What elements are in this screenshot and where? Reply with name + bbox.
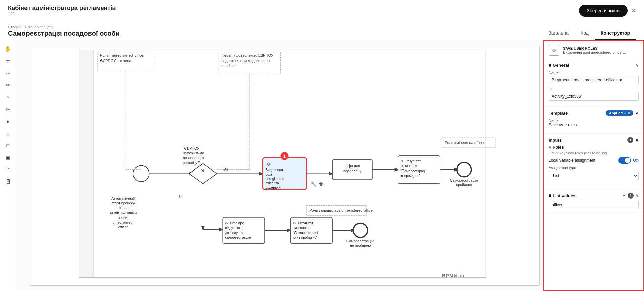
svg-text:Інфо для: Інфо для: [345, 164, 360, 168]
svg-text:Самореєстрацію: Самореєстрацію: [346, 239, 374, 243]
rp-header-text: SAVE USER ROLES Видалення ролі unregiste…: [563, 46, 639, 54]
canvas-area[interactable]: Самореєстрація посадової особи Роль - un…: [16, 40, 543, 291]
save-button[interactable]: Зберегти зміни: [579, 5, 628, 17]
officer-input[interactable]: [549, 201, 639, 209]
lv-label: List values: [553, 193, 575, 198]
lv-left: List values: [549, 193, 575, 198]
svg-point-10: [133, 166, 149, 182]
hand-tool-btn[interactable]: ✋: [2, 43, 14, 54]
id-field-label: ID: [549, 87, 639, 91]
svg-text:додавання: додавання: [265, 186, 282, 189]
general-chevron[interactable]: ∨: [636, 63, 639, 68]
template-chevron[interactable]: ∨: [635, 111, 639, 116]
svg-text:Автоматичний: Автоматичний: [111, 196, 135, 200]
toggle-container: On: [618, 157, 639, 164]
svg-text:⚙: ⚙: [400, 159, 404, 163]
end-tool-btn[interactable]: ●: [2, 115, 14, 127]
task-tool-btn[interactable]: □: [2, 140, 14, 151]
svg-text:Так: Так: [222, 167, 228, 172]
svg-text:старт процесу: старт процесу: [111, 201, 135, 205]
rp-header-icon: ⚙: [549, 45, 559, 56]
template-label: Template: [549, 111, 568, 116]
svg-text:officer: officer: [118, 225, 128, 229]
inputs-label: Inputs: [549, 138, 562, 143]
inputs-controls: 1 ∨: [627, 137, 639, 143]
toggle-on-label: On: [633, 158, 639, 163]
lv-add-button[interactable]: +: [623, 193, 626, 199]
svg-text:Видалення: Видалення: [265, 168, 283, 172]
applied-label: Applied: [609, 111, 623, 115]
close-button[interactable]: ×: [632, 6, 636, 15]
svg-text:BPMN.io: BPMN.io: [442, 273, 465, 278]
svg-text:⚙: ⚙: [293, 221, 296, 225]
svg-text:"Самореєстраці: "Самореєстраці: [293, 231, 318, 235]
tab-constructor[interactable]: Конструктор: [595, 27, 636, 40]
gateway-tool-btn[interactable]: ◇: [2, 128, 14, 139]
template-name-val: Save user roles: [549, 123, 639, 127]
topbar-right: Зберегти зміни ×: [579, 5, 636, 17]
template-section-header: Template: [549, 111, 568, 116]
svg-text:⚙: ⚙: [225, 221, 228, 225]
right-panel: ⚙ SAVE USER ROLES Видалення ролі unregis…: [543, 40, 644, 291]
general-section: General ∨ Name ID: [544, 59, 643, 107]
rp-subtitle: Видалення ролі unregistered-officer т...: [563, 50, 627, 54]
topbar: Кабінет адміністратора регламентів 123 З…: [0, 0, 644, 21]
tab-general[interactable]: Загальна: [542, 27, 575, 40]
svg-text:роллю: роллю: [118, 215, 128, 220]
svg-text:Результат: Результат: [298, 221, 313, 225]
svg-text:ЄДРПОУ з токена: ЄДРПОУ з токена: [100, 59, 131, 63]
svg-text:officer та: officer та: [265, 181, 279, 185]
lva-label: Local variable assignment: [549, 158, 595, 163]
svg-text:самореєстрацію: самореєстрацію: [225, 236, 251, 239]
name-field-label: Name: [549, 70, 639, 75]
svg-text:Ні: Ні: [179, 194, 183, 199]
lv-chevron[interactable]: ∨: [636, 193, 639, 198]
template-section: Template Applied ✓ ∨ ∨ Name Save user ro…: [544, 107, 643, 134]
tab-code[interactable]: Код: [575, 27, 595, 40]
applied-chevron: ✓ ∨: [624, 111, 630, 115]
general-label: General: [553, 63, 569, 68]
applied-badge[interactable]: Applied ✓ ∨: [606, 110, 633, 116]
page-title: Самореєстрація посадової особи: [8, 30, 120, 40]
roles-header[interactable]: ∨ Roles: [549, 145, 639, 150]
list-values-section: List values + 1 ∨: [544, 189, 643, 213]
svg-text:належить до: належить до: [183, 151, 204, 155]
pen-tool-btn[interactable]: ✏: [2, 79, 14, 91]
svg-text:після: після: [119, 206, 127, 210]
lv-count: 1: [628, 193, 634, 199]
lv-dot: [549, 194, 551, 197]
inputs-header: Inputs 1 ∨: [549, 137, 639, 143]
subprocess-tool-btn[interactable]: ▣: [2, 152, 14, 163]
event-tool-btn[interactable]: ○: [2, 91, 14, 103]
roles-section: ∨ Roles List of keycloak roles (has to b…: [549, 145, 639, 184]
svg-text:condition: condition: [222, 64, 237, 68]
id-field-input[interactable]: [549, 92, 639, 101]
svg-point-76: [353, 223, 368, 238]
rp-title: SAVE USER ROLES: [563, 46, 639, 50]
app-subtitle: 123: [8, 12, 116, 16]
inputs-count: 1: [627, 137, 633, 143]
general-section-header[interactable]: General ∨: [549, 63, 639, 68]
svg-text:ю не пройдено": ю не пройдено": [293, 236, 317, 239]
svg-text:відсутність: відсутність: [225, 226, 242, 230]
name-field-input[interactable]: [549, 76, 639, 84]
svg-text:🔧: 🔧: [311, 181, 317, 187]
svg-text:виконання: виконання: [400, 164, 417, 168]
svg-text:Роль - unregistered-officer: Роль - unregistered-officer: [100, 53, 145, 57]
svg-text:дозволу на: дозволу на: [225, 231, 243, 235]
svg-text:не пройдено: не пройдено: [350, 243, 371, 247]
inputs-chevron[interactable]: ∨: [635, 138, 639, 143]
svg-text:ролі: ролі: [265, 173, 272, 176]
template-row: Template Applied ✓ ∨ ∨: [549, 110, 639, 116]
template-name-label: Name: [549, 118, 639, 123]
assignment-type-select[interactable]: List String Expression: [549, 171, 639, 180]
lasso-tool-btn[interactable]: ⊹: [2, 67, 14, 79]
intermediate-tool-btn[interactable]: ◎: [2, 103, 14, 115]
svg-text:✕: ✕: [201, 168, 205, 174]
bpmn-canvas[interactable]: Самореєстрація посадової особи Роль - un…: [30, 46, 540, 286]
data-tool-btn[interactable]: 🗋: [2, 164, 14, 175]
roles-chevron[interactable]: ∨: [549, 145, 551, 150]
move-tool-btn[interactable]: ✛: [2, 55, 14, 66]
db-tool-btn[interactable]: 🗄: [2, 176, 14, 187]
lva-toggle[interactable]: [618, 157, 631, 164]
